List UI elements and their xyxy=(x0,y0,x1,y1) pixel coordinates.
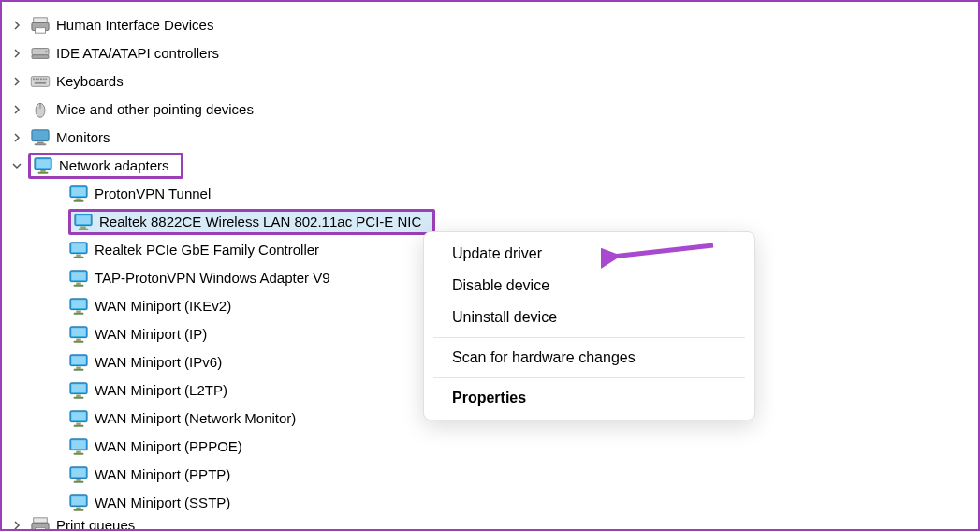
tree-item-keyboards[interactable]: Keyboards xyxy=(9,67,978,96)
tree-item-adapter[interactable]: WAN Miniport (SSTP) xyxy=(53,489,978,517)
monitor-icon xyxy=(30,127,51,148)
expander-icon[interactable] xyxy=(9,21,24,30)
disk-icon xyxy=(30,43,51,64)
tree-item-monitors[interactable]: Monitors xyxy=(9,124,978,152)
network-adapter-icon xyxy=(68,240,89,260)
tree-item-mice[interactable]: Mice and other pointing devices xyxy=(9,96,978,124)
network-adapter-icon xyxy=(68,184,89,204)
tree-item-adapter[interactable]: WAN Miniport (PPPOE) xyxy=(53,433,978,461)
highlight-selected-adapter: Realtek 8822CE Wireless LAN 802.11ac PCI… xyxy=(68,209,435,235)
highlight-network-adapters: Network adapters xyxy=(28,153,183,179)
expander-icon[interactable] xyxy=(9,521,24,530)
tree-label: WAN Miniport (PPTP) xyxy=(95,461,236,489)
mouse-icon xyxy=(30,99,51,120)
menu-divider xyxy=(433,337,745,338)
tree-label: WAN Miniport (L2TP) xyxy=(95,376,233,405)
network-adapter-icon xyxy=(68,268,89,288)
tree-item-network-adapters[interactable]: Network adapters xyxy=(9,152,978,180)
tree-label: WAN Miniport (SSTP) xyxy=(95,489,236,517)
menu-divider xyxy=(433,377,745,378)
menu-uninstall-device[interactable]: Uninstall device xyxy=(424,302,754,333)
expander-icon[interactable] xyxy=(9,105,24,114)
tree-label: WAN Miniport (IKEv2) xyxy=(95,292,237,320)
network-adapter-icon xyxy=(68,493,89,513)
network-adapter-icon xyxy=(68,324,89,345)
menu-scan-hardware[interactable]: Scan for hardware changes xyxy=(424,342,754,374)
tree-label: Mice and other pointing devices xyxy=(56,96,259,124)
network-adapter-icon xyxy=(68,408,89,429)
network-adapter-icon xyxy=(73,212,94,232)
tree-label: Keyboards xyxy=(56,67,129,96)
network-adapter-icon xyxy=(68,465,89,485)
tree-label: WAN Miniport (PPPOE) xyxy=(95,433,248,461)
tree-label: Print queues xyxy=(56,517,140,531)
network-adapter-icon xyxy=(33,155,53,176)
tree-item-print-queues[interactable]: Print queues xyxy=(9,517,978,531)
tree-label: Network adapters xyxy=(59,152,175,180)
tree-label: Realtek 8822CE Wireless LAN 802.11ac PCI… xyxy=(99,208,427,236)
network-adapter-icon xyxy=(68,380,89,401)
network-adapter-icon xyxy=(68,296,89,317)
expander-icon[interactable] xyxy=(9,77,24,86)
expander-icon[interactable] xyxy=(9,161,24,170)
tree-label: ProtonVPN Tunnel xyxy=(95,180,216,208)
tree-label: TAP-ProtonVPN Windows Adapter V9 xyxy=(95,264,336,292)
keyboard-icon xyxy=(30,71,51,92)
annotation-arrow xyxy=(601,240,723,277)
menu-properties[interactable]: Properties xyxy=(424,382,754,414)
tree-label: WAN Miniport (IPv6) xyxy=(95,348,227,376)
tree-label: Human Interface Devices xyxy=(56,11,219,39)
tree-label: Realtek PCIe GbE Family Controller xyxy=(95,236,325,264)
tree-item-adapter[interactable]: ProtonVPN Tunnel xyxy=(53,180,978,208)
tree-item-hid[interactable]: Human Interface Devices xyxy=(9,11,978,39)
expander-icon[interactable] xyxy=(9,133,24,142)
tree-label: IDE ATA/ATAPI controllers xyxy=(56,39,225,67)
network-adapter-icon xyxy=(68,352,89,373)
tree-label: WAN Miniport (Network Monitor) xyxy=(95,405,301,433)
svg-line-31 xyxy=(612,245,713,257)
tree-label: WAN Miniport (IP) xyxy=(95,320,212,348)
network-adapter-icon xyxy=(68,436,89,457)
expander-icon[interactable] xyxy=(9,49,24,58)
hid-icon xyxy=(30,15,51,36)
tree-item-adapter[interactable]: WAN Miniport (PPTP) xyxy=(53,461,978,489)
tree-item-ide[interactable]: IDE ATA/ATAPI controllers xyxy=(9,39,978,67)
printer-icon xyxy=(30,517,51,531)
tree-label: Monitors xyxy=(56,124,116,152)
